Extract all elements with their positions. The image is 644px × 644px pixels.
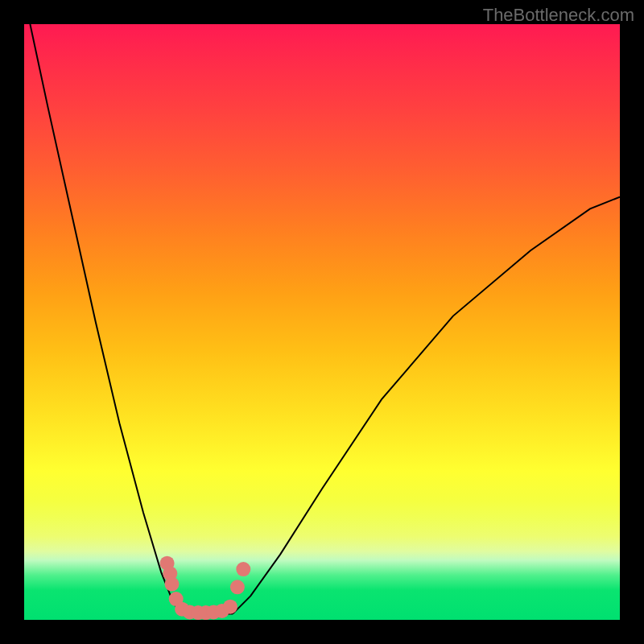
trough-dot <box>230 580 245 594</box>
curve-path-left <box>30 24 233 614</box>
curve-path-right <box>233 197 620 614</box>
trough-dot <box>223 600 237 614</box>
trough-dot <box>236 562 250 576</box>
curve-layer <box>24 24 620 620</box>
plot-area <box>24 24 620 620</box>
outer-frame: TheBottleneck.com <box>0 0 644 644</box>
trough-dot <box>165 577 180 592</box>
watermark-text: TheBottleneck.com <box>483 5 634 26</box>
